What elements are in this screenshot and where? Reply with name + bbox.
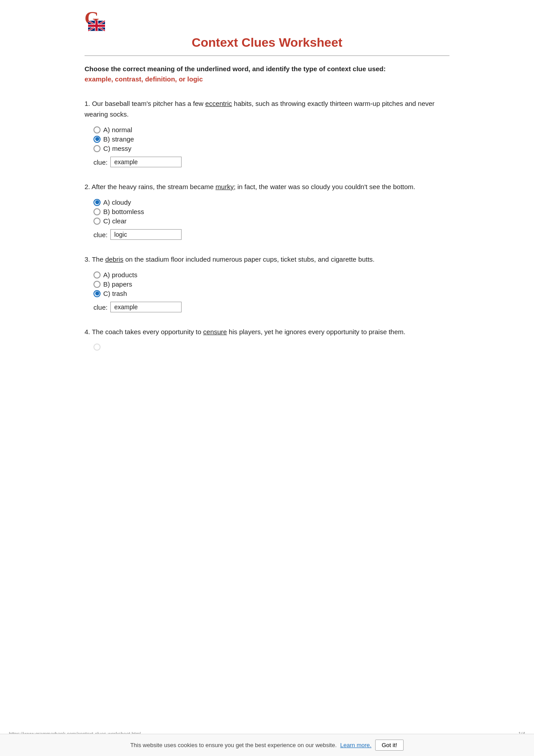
q2-label-a: A) cloudy (103, 198, 131, 206)
q4-option-a[interactable] (93, 344, 449, 351)
q1-before: Our baseball team's pitcher has a few (92, 100, 206, 107)
q1-option-c[interactable]: C) messy (93, 145, 449, 152)
q2-radio-a[interactable] (93, 199, 101, 206)
q3-label-c: C) trash (103, 290, 127, 297)
q3-option-c[interactable]: C) trash (93, 290, 449, 297)
title-divider (85, 55, 449, 56)
q2-option-a[interactable]: A) cloudy (93, 198, 449, 206)
q1-label-c: C) messy (103, 145, 131, 152)
q1-option-a[interactable]: A) normal (93, 126, 449, 133)
q3-radio-c[interactable] (93, 290, 101, 297)
q1-clue-label: clue: (93, 158, 108, 166)
logo-container: G (85, 9, 116, 31)
q1-number: 1. (85, 100, 92, 107)
q3-clue-input[interactable] (110, 302, 182, 312)
q2-label-c: C) clear (103, 217, 127, 225)
cookie-learn-more[interactable]: Learn more. (340, 742, 372, 748)
q4-number: 4. (85, 328, 92, 336)
question-3: 3. The debris on the stadium floor inclu… (85, 254, 449, 312)
q1-label-b: B) strange (103, 135, 134, 143)
instructions-sub: example, contrast, definition, or logic (85, 75, 203, 83)
q3-after: on the stadium floor included numerous p… (123, 255, 375, 263)
q1-radio-b[interactable] (93, 136, 101, 143)
q3-radio-a[interactable] (93, 271, 101, 279)
q1-label-a: A) normal (103, 126, 132, 133)
cookie-banner: This website uses cookies to ensure you … (0, 734, 534, 756)
q3-before: The (92, 255, 105, 263)
q2-before: After the heavy rains, the stream became (92, 183, 215, 190)
q3-radio-b[interactable] (93, 281, 101, 288)
q1-radio-a[interactable] (93, 126, 101, 133)
q2-option-b[interactable]: B) bottomless (93, 208, 449, 215)
svg-rect-8 (88, 24, 105, 27)
q1-option-b[interactable]: B) strange (93, 135, 449, 143)
q2-options: A) cloudy B) bottomless C) clear (93, 198, 449, 225)
q3-option-a[interactable]: A) products (93, 271, 449, 279)
q3-clue-row: clue: (93, 302, 449, 312)
q4-options (93, 344, 449, 351)
q3-option-b[interactable]: B) papers (93, 280, 449, 288)
cookie-text: This website uses cookies to ensure you … (130, 742, 337, 748)
instructions-block: Choose the correct meaning of the underl… (85, 64, 449, 84)
q2-radio-b[interactable] (93, 208, 101, 215)
q2-clue-input[interactable] (110, 229, 182, 240)
q3-number: 3. (85, 255, 92, 263)
q3-label-a: A) products (103, 271, 138, 279)
q4-underlined: censure (203, 328, 227, 336)
q2-number: 2. (85, 183, 92, 190)
q4-after: his players, yet he ignores every opport… (227, 328, 405, 336)
q1-clue-row: clue: (93, 157, 449, 167)
q2-after: ; in fact, the water was so cloudy you c… (234, 183, 415, 190)
q4-radio-a[interactable] (93, 344, 101, 351)
question-3-text: 3. The debris on the stadium floor inclu… (85, 254, 449, 265)
q2-label-b: B) bottomless (103, 208, 144, 215)
question-2: 2. After the heavy rains, the stream bec… (85, 182, 449, 240)
question-1-text: 1. Our baseball team's pitcher has a few… (85, 98, 449, 120)
logo-area: G (85, 9, 449, 31)
q2-option-c[interactable]: C) clear (93, 217, 449, 225)
page-wrapper: G (67, 0, 467, 756)
q1-underlined: eccentric (205, 100, 232, 107)
page-title: Context Clues Worksheet (85, 36, 449, 50)
flag-icon (88, 20, 105, 31)
q2-clue-row: clue: (93, 229, 449, 240)
q2-underlined: murky (215, 183, 234, 190)
q2-radio-c[interactable] (93, 218, 101, 225)
logo-icon: G (85, 9, 116, 31)
q4-before: The coach takes every opportunity to (92, 328, 203, 336)
question-1: 1. Our baseball team's pitcher has a few… (85, 98, 449, 167)
q1-clue-input[interactable] (110, 157, 182, 167)
q1-options: A) normal B) strange C) messy (93, 126, 449, 152)
question-4: 4. The coach takes every opportunity to … (85, 327, 449, 351)
q3-options: A) products B) papers C) trash (93, 271, 449, 297)
instructions-main: Choose the correct meaning of the underl… (85, 65, 386, 73)
q3-clue-label: clue: (93, 303, 108, 311)
q2-clue-label: clue: (93, 231, 108, 239)
q1-radio-c[interactable] (93, 145, 101, 152)
cookie-got-it-button[interactable]: Got it! (375, 740, 404, 751)
question-4-text: 4. The coach takes every opportunity to … (85, 327, 449, 337)
q3-underlined: debris (105, 255, 123, 263)
question-2-text: 2. After the heavy rains, the stream bec… (85, 182, 449, 192)
q3-label-b: B) papers (103, 280, 132, 288)
